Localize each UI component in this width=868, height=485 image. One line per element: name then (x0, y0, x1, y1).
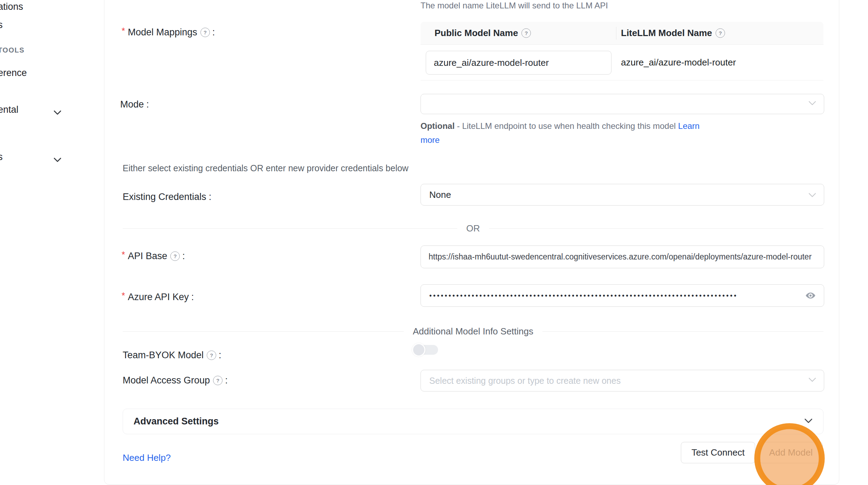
help-rest: - LiteLLM endpoint to use when health ch… (454, 121, 678, 131)
sidebar-item-organizations[interactable]: ations (0, 1, 23, 13)
add-model-button[interactable]: Add Model (759, 442, 823, 463)
label-text: Model Mappings (128, 27, 197, 38)
azure-api-key-input[interactable]: ••••••••••••••••••••••••••••••••••••••••… (421, 284, 824, 307)
advanced-settings-panel[interactable]: Advanced Settings (123, 409, 823, 434)
model-mappings-label: * Model Mappings ? : (122, 26, 215, 38)
public-model-name-input[interactable] (426, 57, 611, 68)
existing-credentials-label: Existing Credentials : (123, 191, 211, 203)
api-base-input[interactable]: https://ishaa-mh6uutut-swedencentral.cog… (421, 245, 824, 268)
sidebar-item-settings[interactable]: s (0, 151, 3, 163)
chevron-down-icon (804, 418, 813, 425)
api-base-label: * API Base ? : (122, 250, 185, 262)
help-icon[interactable]: ? (170, 251, 180, 261)
colon: : (182, 251, 185, 262)
model-name-help-text: The model name LiteLLM will send to the … (421, 1, 608, 11)
table-bottom-border (421, 80, 823, 81)
public-model-name-input-wrap (426, 51, 611, 75)
sidebar: ations s TOOLS erence ental s (0, 0, 104, 485)
help-icon[interactable]: ? (716, 28, 725, 38)
additional-info-divider: Additional Model Info Settings (123, 326, 823, 337)
question-glyph: ? (173, 253, 177, 259)
colon: : (212, 27, 215, 38)
model-access-group-select[interactable]: Select existing groups or type to create… (421, 370, 824, 392)
masked-key-value: ••••••••••••••••••••••••••••••••••••••••… (421, 292, 766, 300)
or-divider: OR (123, 223, 823, 234)
sidebar-item-label: ental (0, 104, 19, 115)
button-label: Add Model (769, 447, 813, 458)
divider-text: Additional Model Info Settings (413, 326, 533, 337)
divider-line (542, 331, 823, 332)
existing-credentials-select[interactable]: None (421, 184, 824, 206)
divider-line (123, 228, 457, 229)
colon: : (209, 192, 212, 202)
colon: : (146, 99, 149, 110)
question-glyph: ? (216, 377, 219, 383)
chevron-down-icon (808, 377, 816, 384)
help-icon[interactable]: ? (213, 376, 223, 385)
divider-line (123, 331, 404, 332)
colon: : (219, 350, 221, 361)
model-mappings-table-header: Public Model Name ? LiteLLM Model Name ? (421, 22, 823, 45)
sidebar-section-label: TOOLS (0, 46, 25, 54)
label-text: Mode (120, 99, 144, 110)
label-text: Model Access Group (123, 375, 210, 386)
select-placeholder: Select existing groups or type to create… (421, 376, 621, 386)
help-icon[interactable]: ? (521, 28, 531, 38)
label-text: Team-BYOK Model (123, 350, 204, 361)
column-header-public-model-name: Public Model Name ? (435, 22, 531, 44)
sidebar-section-tools: TOOLS (0, 44, 25, 56)
toggle-knob (412, 343, 425, 356)
column-header-litellm-model-name: LiteLLM Model Name ? (621, 22, 725, 44)
sidebar-item-label: s (0, 152, 3, 162)
chevron-down-icon (808, 101, 816, 107)
mode-select[interactable] (421, 94, 824, 114)
sidebar-item-experimental[interactable]: ental (0, 104, 19, 116)
sidebar-item-inference[interactable]: erence (0, 67, 27, 79)
api-base-value: https://ishaa-mh6uutut-swedencentral.cog… (421, 252, 818, 262)
colon: : (225, 375, 228, 386)
question-glyph: ? (719, 30, 722, 36)
mode-label: Mode : (120, 98, 149, 110)
question-glyph: ? (210, 352, 213, 358)
team-byok-label: Team-BYOK Model ? : (123, 349, 221, 361)
model-access-group-label: Model Access Group ? : (123, 374, 228, 386)
required-asterisk: * (122, 26, 125, 36)
required-asterisk: * (122, 250, 125, 260)
question-glyph: ? (525, 30, 528, 36)
header-text: LiteLLM Model Name (621, 28, 712, 39)
litellm-model-name-value: azure_ai/azure-model-router (621, 57, 736, 68)
help-icon[interactable]: ? (200, 28, 210, 37)
team-byok-toggle[interactable] (412, 343, 439, 356)
sidebar-item-label: ations (0, 1, 23, 12)
azure-api-key-label: * Azure API Key : (122, 291, 194, 303)
mode-help-text: Optional - LiteLLM endpoint to use when … (421, 119, 718, 147)
divider-text: OR (466, 223, 480, 234)
button-label: Test Connect (691, 447, 745, 458)
test-connect-button[interactable]: Test Connect (681, 442, 755, 463)
selected-value: None (421, 189, 451, 200)
question-glyph: ? (204, 29, 207, 35)
chevron-down-icon (808, 189, 816, 200)
eye-icon[interactable] (805, 291, 816, 300)
header-divider (616, 27, 616, 40)
header-text: Public Model Name (435, 28, 518, 39)
help-icon[interactable]: ? (207, 351, 216, 360)
sidebar-item-models[interactable]: s (0, 19, 3, 31)
sidebar-item-label: erence (0, 68, 27, 78)
label-text: Azure API Key (128, 292, 189, 303)
sidebar-item-label: s (0, 20, 3, 30)
chevron-down-icon (53, 107, 62, 118)
required-asterisk: * (122, 291, 125, 301)
label-text: Existing Credentials (123, 192, 206, 202)
credentials-note: Either select existing credentials OR en… (123, 163, 409, 173)
chevron-down-icon (53, 154, 62, 165)
divider-line (489, 228, 824, 229)
colon: : (191, 292, 194, 303)
optional-bold: Optional (421, 121, 454, 131)
label-text: API Base (128, 251, 168, 262)
need-help-link[interactable]: Need Help? (123, 452, 171, 463)
advanced-settings-title: Advanced Settings (134, 416, 219, 427)
